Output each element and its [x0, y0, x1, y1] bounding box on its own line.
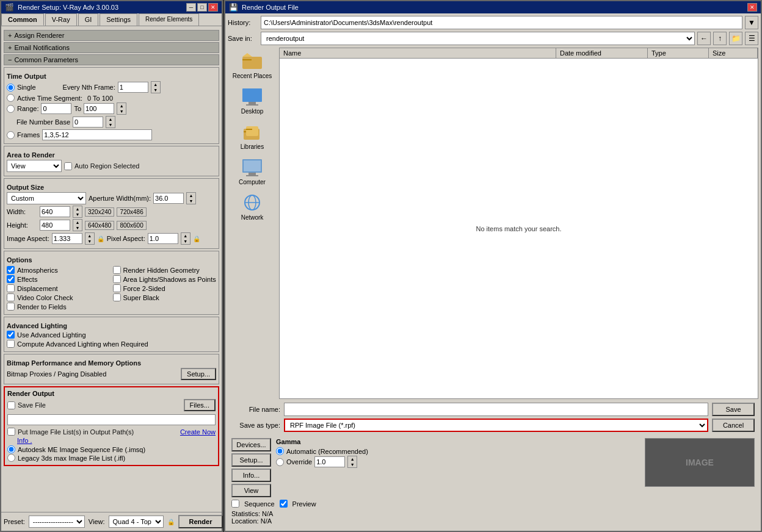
sequence-checkbox[interactable]: [231, 500, 239, 508]
single-radio[interactable]: [7, 84, 15, 92]
pixel-aspect-spinner[interactable]: ▲▼: [181, 232, 191, 245]
override-spinner[interactable]: ▲▼: [347, 456, 357, 468]
frames-radio[interactable]: [7, 131, 15, 139]
spin-up-3[interactable]: ▲: [106, 117, 115, 122]
aperture-input[interactable]: [153, 193, 184, 204]
autodesk-radio[interactable]: [7, 445, 15, 453]
effects-checkbox[interactable]: [7, 275, 15, 283]
save-dialog-button[interactable]: Save: [712, 403, 755, 416]
height-spinner[interactable]: ▲▼: [73, 219, 82, 231]
image-aspect-input[interactable]: [52, 233, 82, 244]
desktop-item[interactable]: Desktop: [228, 83, 277, 117]
range-spinner[interactable]: ▲▼: [117, 102, 126, 115]
super-black-checkbox[interactable]: [113, 293, 121, 301]
history-input[interactable]: [261, 16, 742, 29]
spin-down-6[interactable]: ▼: [73, 225, 82, 231]
preset-320x240[interactable]: 320x240: [85, 207, 114, 217]
spin-up-4[interactable]: ▲: [187, 193, 195, 198]
spin-up-5[interactable]: ▲: [73, 206, 82, 212]
nav-view-button[interactable]: ☰: [745, 32, 758, 45]
compute-advanced-checkbox[interactable]: [7, 340, 15, 348]
preset-720x486[interactable]: 720x486: [117, 207, 146, 217]
every-nth-spinner[interactable]: ▲▼: [151, 81, 161, 93]
tab-common[interactable]: Common: [1, 13, 44, 26]
file-num-input[interactable]: [73, 117, 103, 128]
width-spinner[interactable]: ▲▼: [73, 206, 82, 218]
preset-800x600[interactable]: 800x600: [117, 221, 146, 230]
width-input[interactable]: [40, 206, 70, 217]
range-from-input[interactable]: [41, 103, 71, 114]
devices-button[interactable]: Devices...: [231, 438, 271, 451]
range-radio[interactable]: [7, 105, 15, 113]
bitmap-setup-button[interactable]: Setup...: [181, 368, 216, 380]
override-gamma-radio[interactable]: [276, 458, 284, 466]
setup-button[interactable]: Setup...: [231, 453, 271, 467]
savetype-dropdown[interactable]: RPF Image File (*.rpf): [284, 419, 708, 432]
filename-input[interactable]: [284, 403, 708, 416]
image-aspect-spinner[interactable]: ▲▼: [85, 232, 95, 245]
range-to-input[interactable]: [84, 103, 114, 114]
spin-down-4[interactable]: ▼: [187, 198, 195, 204]
tab-gi[interactable]: GI: [78, 13, 99, 26]
size-dropdown[interactable]: Custom: [7, 192, 86, 204]
area-dropdown[interactable]: View: [7, 160, 62, 172]
savein-dropdown[interactable]: renderoutput: [261, 32, 695, 45]
history-nav-button[interactable]: ▼: [745, 16, 758, 29]
view-dropdown[interactable]: Quad 4 - Top: [109, 516, 164, 528]
assign-renderer-header[interactable]: + Assign Renderer: [4, 30, 219, 41]
close-button[interactable]: ✕: [208, 3, 218, 12]
cancel-dialog-button[interactable]: Cancel: [712, 419, 755, 432]
displacement-checkbox[interactable]: [7, 284, 15, 292]
nav-up-button[interactable]: ↑: [713, 32, 727, 45]
atmospherics-checkbox[interactable]: [7, 266, 15, 274]
nav-new-folder-button[interactable]: 📁: [729, 32, 742, 45]
file-num-spinner[interactable]: ▲▼: [106, 116, 115, 128]
spin-down[interactable]: ▼: [151, 87, 160, 93]
auto-region-checkbox[interactable]: [64, 162, 72, 170]
area-lights-checkbox[interactable]: [113, 275, 121, 283]
col-type[interactable]: Type: [648, 48, 709, 58]
spin-down-7[interactable]: ▼: [85, 239, 94, 244]
spin-down-8[interactable]: ▼: [181, 239, 190, 244]
nav-back-button[interactable]: ←: [697, 32, 711, 45]
common-parameters-header[interactable]: − Common Parameters: [4, 54, 219, 65]
preview-checkbox[interactable]: [280, 500, 288, 508]
save-file-checkbox[interactable]: [7, 401, 15, 409]
video-color-checkbox[interactable]: [7, 293, 15, 301]
computer-item[interactable]: Computer: [228, 154, 277, 188]
info-button[interactable]: Info...: [231, 469, 271, 482]
spin-down-2[interactable]: ▼: [117, 109, 126, 114]
spin-down-3[interactable]: ▼: [106, 122, 115, 128]
view-button[interactable]: View: [231, 484, 271, 497]
put-image-checkbox[interactable]: [7, 428, 15, 436]
spin-up-8[interactable]: ▲: [181, 233, 190, 239]
libraries-item[interactable]: Libraries: [228, 118, 277, 153]
create-now-link[interactable]: Create Now: [180, 428, 216, 436]
col-name[interactable]: Name: [280, 48, 556, 58]
col-date[interactable]: Date modified: [556, 48, 648, 58]
right-close-button[interactable]: ✕: [747, 3, 757, 12]
legacy-radio[interactable]: [7, 454, 15, 462]
render-button[interactable]: Render: [178, 515, 223, 528]
spin-down-5[interactable]: ▼: [73, 212, 82, 217]
preset-640x480[interactable]: 640x480: [85, 221, 114, 230]
tab-settings[interactable]: Settings: [100, 13, 137, 26]
force-2sided-checkbox[interactable]: [113, 284, 121, 292]
info-link[interactable]: Info .: [17, 437, 32, 444]
auto-gamma-radio[interactable]: [276, 447, 284, 455]
frames-input[interactable]: [42, 129, 152, 140]
network-item[interactable]: Network: [228, 189, 277, 223]
render-output-path[interactable]: [7, 414, 216, 425]
col-size[interactable]: Size: [709, 48, 758, 58]
tab-vray[interactable]: V-Ray: [45, 13, 77, 26]
height-input[interactable]: [40, 220, 70, 231]
every-nth-input[interactable]: [118, 82, 148, 93]
files-button[interactable]: Files...: [184, 399, 216, 411]
spin-up[interactable]: ▲: [151, 82, 160, 87]
spin-up-6[interactable]: ▲: [73, 220, 82, 225]
render-hidden-checkbox[interactable]: [113, 266, 121, 274]
spin-up-g[interactable]: ▲: [348, 456, 357, 462]
minimize-button[interactable]: ─: [186, 3, 196, 12]
spin-up-7[interactable]: ▲: [85, 233, 94, 239]
maximize-button[interactable]: □: [197, 3, 207, 12]
